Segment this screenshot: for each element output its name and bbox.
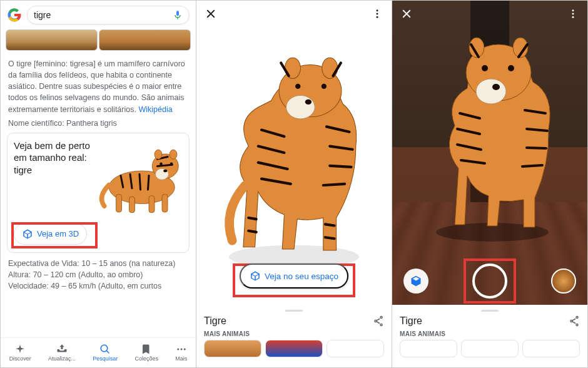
fact-value: 10 – 15 anos (na natureza) [81,259,175,268]
animal-cards [204,340,384,357]
animal-card[interactable] [522,340,580,357]
svg-point-28 [572,16,574,18]
ar-topbar [392,1,587,27]
svg-rect-4 [129,197,135,213]
result-description: O tigre [feminino: tigresa] é um mamífer… [1,54,196,118]
close-button[interactable] [400,7,413,21]
animal-cards [400,340,580,357]
close-icon [401,8,412,19]
svg-point-22 [322,58,338,78]
search-input-container[interactable] [27,6,190,24]
thumbnail-preview[interactable] [551,268,576,294]
svg-point-14 [184,349,186,350]
sheet-handle[interactable] [285,310,303,312]
svg-point-7 [160,162,163,165]
tiger-3d-illustration [93,140,186,221]
svg-point-9 [163,169,167,172]
image-thumbs [1,29,196,54]
search-icon [99,344,111,355]
nav-discover[interactable]: Discover [9,344,31,362]
nav-label: Atualizaç... [48,355,76,362]
animal-card[interactable] [327,340,384,357]
svg-point-31 [476,79,506,104]
svg-point-15 [377,9,378,11]
view-in-space-button[interactable]: Veja no seu espaço [240,263,348,289]
svg-point-36 [492,84,500,90]
ar-tiger [411,13,574,251]
fact-label: Nome científico: [8,119,64,128]
animal-card[interactable] [461,340,519,357]
fact-life: Expectativa de Vida: 10 – 15 anos (na na… [1,258,196,269]
spark-icon [14,344,26,355]
bookmark-icon [141,344,152,355]
thumb-1[interactable] [6,29,98,51]
thumb-2[interactable] [99,29,191,51]
cube-icon [410,275,422,287]
fact-height: Altura: 70 – 120 cm (Adulto, ao ombro) [1,269,196,280]
sheet-title: Tigre [204,315,226,327]
more-vertical-icon [567,8,579,19]
panel-3d-viewer: Veja no seu espaço Tigre MAIS ANIMAIS [196,1,392,367]
search-bar [1,1,196,29]
nav-collections[interactable]: Coleções [135,344,159,362]
sheet-handle[interactable] [481,310,499,312]
more-vertical-icon [372,8,383,19]
fact-label: Altura: [8,270,31,279]
wikipedia-link[interactable]: Wikipédia [138,105,172,114]
fact-value: 70 – 120 cm (Adulto, ao ombro) [33,270,143,279]
fact-speed: Velocidade: 49 – 65 km/h (Adulto, em cur… [1,280,196,292]
svg-rect-6 [162,194,168,212]
svg-point-23 [295,84,300,89]
svg-point-16 [377,13,378,15]
close-button[interactable] [204,7,218,21]
view-in-space-label: Veja no seu espaço [265,272,338,281]
share-icon[interactable] [569,315,580,327]
highlight-box [11,222,98,248]
svg-point-8 [170,162,173,165]
more-button[interactable] [370,7,384,21]
3d-viewer-canvas[interactable] [196,1,392,305]
viewer-topbar [196,1,392,27]
sheet-title: Tigre [400,315,422,327]
nav-updates[interactable]: Atualizaç... [48,344,76,362]
svg-point-10 [155,150,162,159]
search-input[interactable] [34,10,173,20]
mic-icon[interactable] [173,10,183,20]
animal-card[interactable] [204,340,261,357]
svg-rect-5 [149,195,155,212]
fact-label: Velocidade: [8,282,49,290]
svg-point-20 [286,95,315,118]
tiger-3d-model [196,1,392,305]
tray-icon [56,344,68,355]
cube-icon [250,270,261,282]
nav-search[interactable]: Pesquisar [93,344,118,362]
nav-label: Mais [175,355,187,362]
svg-point-34 [482,65,488,71]
card3d-title: Veja bem de perto em tamanho real: tigre [14,140,95,176]
fact-scientific: Nome científico: Panthera tigris [1,118,196,129]
share-icon[interactable] [373,315,384,327]
svg-point-24 [322,84,327,89]
nav-label: Discover [9,355,31,362]
fact-value: Panthera tigris [66,119,117,128]
google-logo-icon [7,8,22,23]
bottom-sheet[interactable]: Tigre MAIS ANIMAIS [196,305,392,367]
nav-more[interactable]: Mais [175,344,187,362]
shutter-button[interactable] [472,263,507,299]
close-icon [205,8,216,19]
svg-point-13 [180,349,182,350]
svg-point-17 [377,16,378,18]
fact-value: 49 – 65 km/h (Adulto, em curtos [51,282,161,290]
bottom-sheet[interactable]: Tigre MAIS ANIMAIS [392,305,587,367]
bottom-nav: Discover Atualizaç... Pesquisar Coleções… [1,337,196,367]
panel-search: O tigre [feminino: tigresa] é um mamífer… [1,1,196,367]
svg-point-26 [572,9,574,11]
svg-point-35 [508,65,514,71]
more-button[interactable] [566,7,580,21]
animal-card[interactable] [400,340,457,357]
more-animals-label: MAIS ANIMAIS [204,330,384,337]
more-icon [176,344,187,355]
view-3d-card: Veja bem de perto em tamanho real: tigre [7,133,190,253]
toggle-3d-button[interactable] [403,268,428,294]
animal-card[interactable] [265,340,323,357]
